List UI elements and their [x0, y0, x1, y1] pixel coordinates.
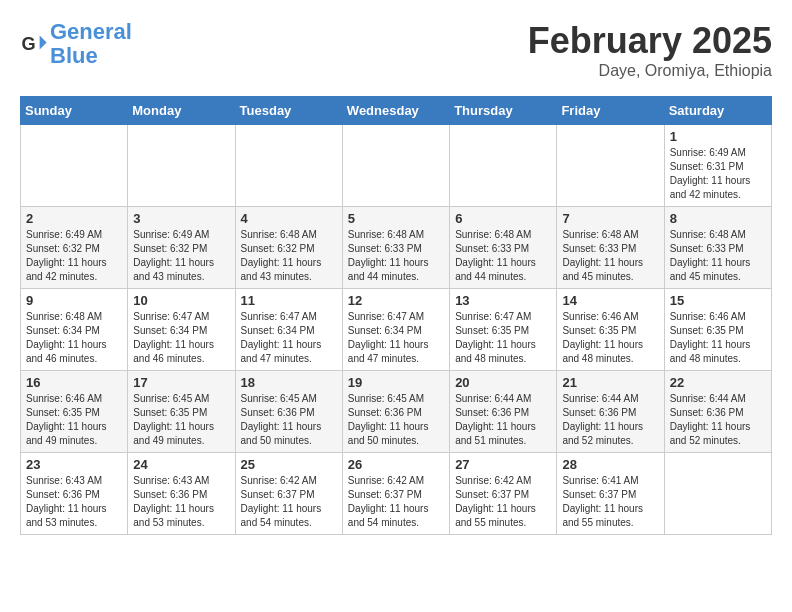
calendar-cell: [664, 453, 771, 535]
day-number: 5: [348, 211, 444, 226]
calendar-cell: [21, 125, 128, 207]
calendar-cell: 9Sunrise: 6:48 AMSunset: 6:34 PMDaylight…: [21, 289, 128, 371]
day-info: Sunrise: 6:48 AMSunset: 6:33 PMDaylight:…: [562, 228, 658, 284]
day-info: Sunrise: 6:44 AMSunset: 6:36 PMDaylight:…: [455, 392, 551, 448]
calendar-cell: 4Sunrise: 6:48 AMSunset: 6:32 PMDaylight…: [235, 207, 342, 289]
calendar-cell: 13Sunrise: 6:47 AMSunset: 6:35 PMDayligh…: [450, 289, 557, 371]
header-monday: Monday: [128, 97, 235, 125]
logo-text: General Blue: [50, 20, 132, 68]
day-info: Sunrise: 6:49 AMSunset: 6:32 PMDaylight:…: [26, 228, 122, 284]
calendar-cell: 19Sunrise: 6:45 AMSunset: 6:36 PMDayligh…: [342, 371, 449, 453]
calendar-cell: 28Sunrise: 6:41 AMSunset: 6:37 PMDayligh…: [557, 453, 664, 535]
day-number: 28: [562, 457, 658, 472]
svg-marker-1: [40, 36, 47, 50]
day-info: Sunrise: 6:48 AMSunset: 6:33 PMDaylight:…: [348, 228, 444, 284]
day-number: 1: [670, 129, 766, 144]
day-number: 14: [562, 293, 658, 308]
day-info: Sunrise: 6:49 AMSunset: 6:31 PMDaylight:…: [670, 146, 766, 202]
day-info: Sunrise: 6:44 AMSunset: 6:36 PMDaylight:…: [670, 392, 766, 448]
day-number: 4: [241, 211, 337, 226]
day-number: 9: [26, 293, 122, 308]
calendar-table: SundayMondayTuesdayWednesdayThursdayFrid…: [20, 96, 772, 535]
day-info: Sunrise: 6:46 AMSunset: 6:35 PMDaylight:…: [670, 310, 766, 366]
calendar-cell: 21Sunrise: 6:44 AMSunset: 6:36 PMDayligh…: [557, 371, 664, 453]
calendar-cell: 11Sunrise: 6:47 AMSunset: 6:34 PMDayligh…: [235, 289, 342, 371]
day-number: 22: [670, 375, 766, 390]
logo-blue: Blue: [50, 43, 98, 68]
day-info: Sunrise: 6:43 AMSunset: 6:36 PMDaylight:…: [133, 474, 229, 530]
calendar-cell: [128, 125, 235, 207]
calendar-cell: [557, 125, 664, 207]
day-info: Sunrise: 6:45 AMSunset: 6:35 PMDaylight:…: [133, 392, 229, 448]
day-number: 16: [26, 375, 122, 390]
calendar-cell: 8Sunrise: 6:48 AMSunset: 6:33 PMDaylight…: [664, 207, 771, 289]
calendar-cell: [235, 125, 342, 207]
page-header: G General Blue February 2025 Daye, Oromi…: [20, 20, 772, 80]
calendar-cell: 14Sunrise: 6:46 AMSunset: 6:35 PMDayligh…: [557, 289, 664, 371]
day-info: Sunrise: 6:46 AMSunset: 6:35 PMDaylight:…: [562, 310, 658, 366]
day-number: 20: [455, 375, 551, 390]
day-number: 27: [455, 457, 551, 472]
logo-general: General: [50, 19, 132, 44]
day-info: Sunrise: 6:46 AMSunset: 6:35 PMDaylight:…: [26, 392, 122, 448]
day-number: 24: [133, 457, 229, 472]
day-number: 18: [241, 375, 337, 390]
week-row-5: 23Sunrise: 6:43 AMSunset: 6:36 PMDayligh…: [21, 453, 772, 535]
calendar-cell: 1Sunrise: 6:49 AMSunset: 6:31 PMDaylight…: [664, 125, 771, 207]
calendar-cell: 15Sunrise: 6:46 AMSunset: 6:35 PMDayligh…: [664, 289, 771, 371]
calendar-cell: 17Sunrise: 6:45 AMSunset: 6:35 PMDayligh…: [128, 371, 235, 453]
week-row-3: 9Sunrise: 6:48 AMSunset: 6:34 PMDaylight…: [21, 289, 772, 371]
day-info: Sunrise: 6:47 AMSunset: 6:34 PMDaylight:…: [241, 310, 337, 366]
day-number: 15: [670, 293, 766, 308]
day-info: Sunrise: 6:48 AMSunset: 6:33 PMDaylight:…: [670, 228, 766, 284]
day-number: 7: [562, 211, 658, 226]
title-block: February 2025 Daye, Oromiya, Ethiopia: [528, 20, 772, 80]
day-number: 17: [133, 375, 229, 390]
calendar-cell: 16Sunrise: 6:46 AMSunset: 6:35 PMDayligh…: [21, 371, 128, 453]
day-number: 3: [133, 211, 229, 226]
calendar-cell: [450, 125, 557, 207]
day-number: 21: [562, 375, 658, 390]
day-info: Sunrise: 6:48 AMSunset: 6:34 PMDaylight:…: [26, 310, 122, 366]
calendar-cell: 23Sunrise: 6:43 AMSunset: 6:36 PMDayligh…: [21, 453, 128, 535]
day-info: Sunrise: 6:47 AMSunset: 6:34 PMDaylight:…: [133, 310, 229, 366]
calendar-cell: 20Sunrise: 6:44 AMSunset: 6:36 PMDayligh…: [450, 371, 557, 453]
calendar-cell: 26Sunrise: 6:42 AMSunset: 6:37 PMDayligh…: [342, 453, 449, 535]
day-number: 25: [241, 457, 337, 472]
calendar-cell: 3Sunrise: 6:49 AMSunset: 6:32 PMDaylight…: [128, 207, 235, 289]
week-row-2: 2Sunrise: 6:49 AMSunset: 6:32 PMDaylight…: [21, 207, 772, 289]
header-thursday: Thursday: [450, 97, 557, 125]
day-number: 10: [133, 293, 229, 308]
day-info: Sunrise: 6:47 AMSunset: 6:35 PMDaylight:…: [455, 310, 551, 366]
calendar-cell: 7Sunrise: 6:48 AMSunset: 6:33 PMDaylight…: [557, 207, 664, 289]
day-number: 19: [348, 375, 444, 390]
calendar-cell: 25Sunrise: 6:42 AMSunset: 6:37 PMDayligh…: [235, 453, 342, 535]
header-tuesday: Tuesday: [235, 97, 342, 125]
calendar-cell: 22Sunrise: 6:44 AMSunset: 6:36 PMDayligh…: [664, 371, 771, 453]
header-friday: Friday: [557, 97, 664, 125]
location: Daye, Oromiya, Ethiopia: [528, 62, 772, 80]
day-info: Sunrise: 6:48 AMSunset: 6:32 PMDaylight:…: [241, 228, 337, 284]
header-wednesday: Wednesday: [342, 97, 449, 125]
calendar-cell: 5Sunrise: 6:48 AMSunset: 6:33 PMDaylight…: [342, 207, 449, 289]
day-info: Sunrise: 6:47 AMSunset: 6:34 PMDaylight:…: [348, 310, 444, 366]
svg-text:G: G: [21, 34, 35, 54]
calendar-cell: [342, 125, 449, 207]
calendar-cell: 6Sunrise: 6:48 AMSunset: 6:33 PMDaylight…: [450, 207, 557, 289]
day-number: 8: [670, 211, 766, 226]
logo-icon: G: [20, 30, 48, 58]
header-saturday: Saturday: [664, 97, 771, 125]
calendar-cell: 18Sunrise: 6:45 AMSunset: 6:36 PMDayligh…: [235, 371, 342, 453]
day-info: Sunrise: 6:45 AMSunset: 6:36 PMDaylight:…: [348, 392, 444, 448]
day-number: 11: [241, 293, 337, 308]
day-number: 26: [348, 457, 444, 472]
day-number: 6: [455, 211, 551, 226]
day-number: 2: [26, 211, 122, 226]
logo: G General Blue: [20, 20, 132, 68]
day-info: Sunrise: 6:44 AMSunset: 6:36 PMDaylight:…: [562, 392, 658, 448]
week-row-4: 16Sunrise: 6:46 AMSunset: 6:35 PMDayligh…: [21, 371, 772, 453]
week-row-1: 1Sunrise: 6:49 AMSunset: 6:31 PMDaylight…: [21, 125, 772, 207]
day-info: Sunrise: 6:41 AMSunset: 6:37 PMDaylight:…: [562, 474, 658, 530]
calendar-cell: 24Sunrise: 6:43 AMSunset: 6:36 PMDayligh…: [128, 453, 235, 535]
day-number: 12: [348, 293, 444, 308]
